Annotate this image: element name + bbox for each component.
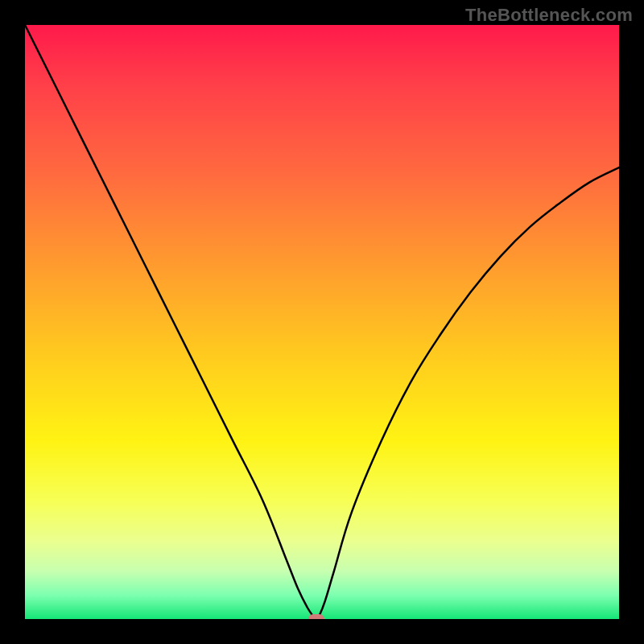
curve-svg bbox=[25, 25, 619, 619]
bottleneck-curve bbox=[25, 25, 619, 619]
chart-container: TheBottleneck.com bbox=[0, 0, 644, 644]
watermark-text: TheBottleneck.com bbox=[465, 5, 633, 26]
optimal-marker bbox=[308, 614, 324, 619]
plot-area bbox=[25, 25, 619, 619]
